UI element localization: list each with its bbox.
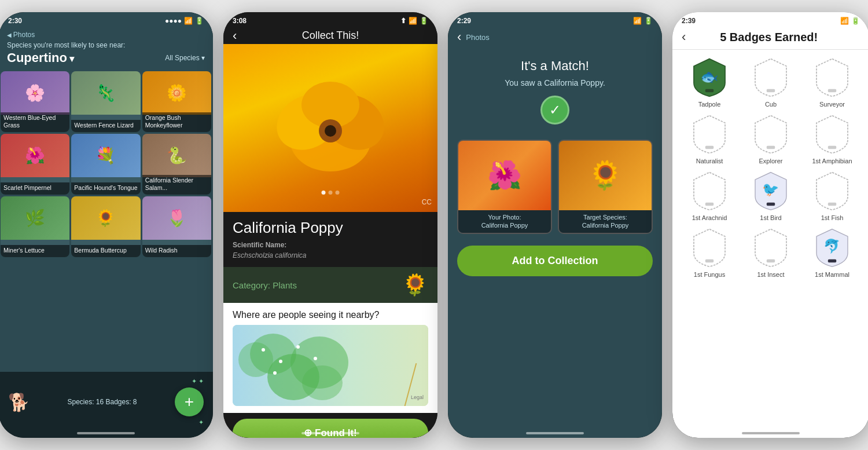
time-1: 2:30	[8, 17, 22, 25]
badge-label-naturalist: Naturalist	[696, 158, 723, 164]
s3-target-photo: 🌻 Target Species:California Poppy	[558, 140, 653, 234]
svg-rect-11	[767, 146, 775, 149]
s2-category-row: Category: Plants 🌻	[223, 267, 437, 303]
badge-1st-bird: 🐦 1st Bird	[743, 170, 799, 221]
s2-hero-image: CC	[223, 44, 437, 212]
species-img-2: 🌼	[142, 71, 211, 115]
wifi-icon-3: 📶	[633, 17, 642, 25]
badge-1st-mammal: 🐬 1st Mammal	[804, 227, 860, 278]
s2-where-title: Where are people seeing it nearby?	[233, 310, 428, 320]
svg-rect-12	[828, 146, 836, 149]
home-indicator-3	[526, 432, 584, 434]
s2-title: Collect This!	[302, 30, 359, 42]
species-img-6: 🌿	[1, 196, 69, 240]
battery-icon-2: 🔋	[420, 17, 428, 25]
species-cell-7[interactable]: 🌻 Bermuda Buttercup	[71, 196, 140, 257]
screen2-phone: 3:08 ⬆ 📶 🔋 ‹ Collect This!	[223, 12, 437, 438]
badge-label-amphibian: 1st Amphibian	[812, 158, 852, 164]
badge-shield-amphibian	[811, 114, 853, 155]
badge-shield-fungus	[689, 227, 730, 269]
battery-icon-4: 🔋	[851, 17, 860, 25]
dog-icon: 🐕	[8, 392, 30, 412]
badge-1st-fungus: 1st Fungus	[682, 227, 737, 278]
species-img-8: 🌷	[142, 196, 211, 240]
s2-map: Legal	[233, 325, 428, 406]
svg-rect-16	[828, 203, 836, 206]
species-img-4: 💐	[71, 134, 140, 177]
species-cell-3[interactable]: 🌺 Scarlet Pimpernel	[1, 134, 69, 195]
badge-shield-cub	[750, 57, 792, 98]
s1-filter[interactable]: All Species	[165, 54, 205, 62]
badge-label-surveyor: Surveyor	[819, 101, 845, 108]
species-cell-0[interactable]: 🌸 Western Blue-Eyed Grass	[1, 71, 69, 132]
badge-label-bird: 1st Bird	[760, 214, 781, 221]
s2-plant-icon: 🌻	[402, 273, 428, 297]
species-name-0: Western Blue-Eyed Grass	[1, 112, 69, 132]
s3-back-label: Photos	[466, 33, 489, 42]
species-name-5: California Slender Salam...	[142, 175, 211, 195]
your-photo-label: Your Photo:California Poppy	[458, 210, 551, 233]
s4-title: 5 Badges Earned!	[690, 31, 847, 44]
badge-shield-surveyor	[811, 57, 853, 98]
s2-back-btn[interactable]: ‹	[233, 28, 237, 43]
wifi-icon-2: 📶	[409, 17, 417, 25]
status-icons-3: 📶 🔋	[633, 17, 653, 25]
s2-where-section: Where are people seeing it nearby?	[223, 303, 437, 413]
species-name-8: Wild Radish	[142, 245, 211, 257]
s3-back-btn[interactable]: ‹	[457, 30, 461, 45]
svg-text:🐬: 🐬	[824, 238, 841, 254]
badge-1st-insect: 1st Insect	[743, 227, 799, 278]
species-name-6: Miner's Lettuce	[1, 245, 69, 257]
species-cell-1[interactable]: 🦎 Western Fence Lizard	[71, 71, 140, 132]
badge-label-arachnid: 1st Arachnid	[692, 214, 727, 221]
found-it-button[interactable]: Found It!	[233, 419, 428, 438]
add-to-collection-button[interactable]: Add to Collection	[457, 246, 653, 276]
species-cell-5[interactable]: 🐍 California Slender Salam...	[142, 134, 211, 195]
time-2: 3:08	[233, 17, 247, 25]
status-icons-1: ●●●● 📶 🔋	[165, 17, 204, 25]
home-indicator-1	[77, 432, 135, 434]
species-name-4: Pacific Hound's Tongue	[71, 182, 140, 195]
badge-shield-naturalist	[689, 114, 730, 155]
add-fab-button[interactable]: +	[175, 387, 204, 416]
home-indicator-2	[301, 432, 359, 434]
s1-city[interactable]: Cupertino	[7, 50, 74, 65]
s2-common-name: California Poppy	[233, 219, 428, 237]
badge-shield-arachnid	[689, 170, 730, 212]
badge-shield-bird: 🐦	[750, 170, 792, 212]
status-icons-4: 📶 🔋	[840, 17, 860, 25]
badge-shield-tadpole: 🐟	[689, 57, 730, 98]
wifi-icon-1: 📶	[184, 17, 193, 25]
s1-subtitle: Species you're most likely to see near:	[7, 41, 205, 49]
svg-point-5	[325, 125, 336, 137]
badge-cub: Cub	[743, 57, 799, 108]
status-bar-4: 2:39 📶 🔋	[672, 12, 868, 27]
wifi-icon-4: 📶	[840, 17, 849, 25]
svg-rect-18	[767, 259, 775, 262]
s2-sci-name: Eschscholzia californica	[233, 251, 306, 259]
svg-rect-13	[705, 203, 713, 206]
badge-naturalist: Naturalist	[682, 114, 737, 164]
s4-back-btn[interactable]: ‹	[682, 30, 686, 45]
badges-grid: 🐟 Tadpole Cub	[672, 50, 868, 285]
species-name-1: Western Fence Lizard	[71, 120, 140, 132]
s2-sci-label: Scientific Name:	[233, 241, 286, 249]
svg-rect-10	[705, 146, 713, 149]
species-cell-4[interactable]: 💐 Pacific Hound's Tongue	[71, 134, 140, 195]
time-4: 2:39	[682, 17, 696, 25]
signal-icon-1: ●●●●	[165, 17, 182, 25]
status-icons-2: ⬆ 📶 🔋	[400, 17, 428, 25]
species-img-0: 🌸	[1, 71, 69, 115]
species-cell-2[interactable]: 🌼 Orange Bush Monkeyflower	[142, 71, 211, 132]
s1-back-btn[interactable]: Photos	[7, 31, 205, 39]
species-cell-8[interactable]: 🌷 Wild Radish	[142, 196, 211, 257]
your-photo-img: 🌺	[458, 141, 551, 210]
badge-tadpole: 🐟 Tadpole	[682, 57, 737, 108]
s3-photos-row: 🌺 Your Photo:California Poppy 🌻 Target S…	[448, 140, 662, 234]
target-photo-img: 🌻	[559, 141, 652, 210]
species-cell-6[interactable]: 🌿 Miner's Lettuce	[1, 196, 69, 257]
location-icon-2: ⬆	[400, 17, 406, 25]
status-bar-1: 2:30 ●●●● 📶 🔋	[0, 12, 213, 27]
svg-text:🐦: 🐦	[763, 181, 780, 197]
badge-shield-fish	[811, 170, 853, 212]
